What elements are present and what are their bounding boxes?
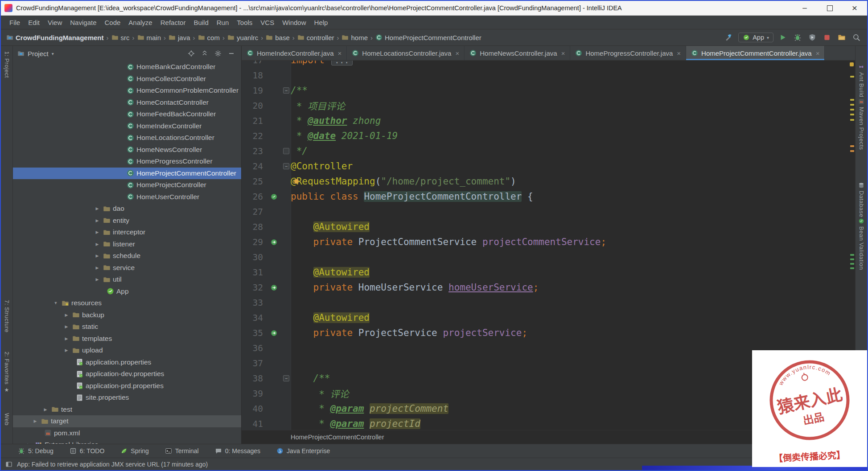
tree-item-HomeCollectController[interactable]: HomeCollectController [13,73,241,85]
tab-HomeIndexController.java[interactable]: HomeIndexController.java× [242,46,347,60]
tree-item-interceptor[interactable]: ▶interceptor [13,226,241,238]
coverage-button[interactable] [807,32,818,43]
fold-marker[interactable] [283,148,289,154]
tree-item-HomeLocationsController[interactable]: HomeLocationsController [13,132,241,144]
tree-item-templates[interactable]: ▶templates [13,333,241,345]
close-icon[interactable]: × [677,49,681,57]
fold-marker[interactable]: − [283,375,289,381]
bean-icon[interactable] [270,193,278,201]
toolwindow-button-5: Debug[interactable]: 5: Debug [18,447,53,455]
chevron-collapsed-icon[interactable]: ▶ [42,407,49,412]
tree-item-HomeProgressController[interactable]: HomeProgressController [13,156,241,168]
breadcrumb-base[interactable]: base [266,34,290,41]
debug-button[interactable] [792,32,803,43]
breadcrumb-com[interactable]: com [198,34,220,41]
close-icon[interactable]: × [455,49,459,57]
chevron-collapsed-icon[interactable]: ▶ [63,313,70,317]
toolwindow-toggle-icon[interactable] [5,461,12,468]
stripe-button-Database[interactable]: Database [856,182,867,217]
fold-marker[interactable]: − [283,163,289,169]
tree-item-site.properties[interactable]: site.properties [13,392,241,404]
stripe-button-7: Structure[interactable]: 7: Structure [1,300,12,332]
tree-item-listener[interactable]: ▶listener [13,238,241,250]
tree-item-HomeBankCardController[interactable]: HomeBankCardController [13,61,241,73]
toolwindow-button-Spring[interactable]: Spring [120,447,148,455]
tree-item-App[interactable]: App [13,286,241,298]
close-button[interactable]: × [842,1,867,15]
tree-item-HomeProjectCommentController[interactable]: HomeProjectCommentController [13,168,241,180]
chevron-collapsed-icon[interactable]: ▶ [94,230,101,234]
tree-item-dao[interactable]: ▶dao [13,203,241,215]
chevron-collapsed-icon[interactable]: ▶ [94,242,101,246]
stripe-button-Bean Validation[interactable]: Bean Validation [856,218,867,270]
search-button[interactable] [851,32,862,43]
chevron-collapsed-icon[interactable]: ▶ [94,206,101,211]
menu-item-VCS[interactable]: VCS [256,17,278,28]
breadcrumb-yuanlrc[interactable]: yuanlrc [227,34,258,41]
open-folder-button[interactable] [836,32,847,43]
tab-HomeProgressController.java[interactable]: HomeProgressController.java× [570,46,686,60]
breadcrumb-main[interactable]: main [137,34,161,41]
locate-button[interactable] [186,48,197,59]
menu-item-Analyze[interactable]: Analyze [124,17,156,28]
menu-item-Run[interactable]: Run [213,17,233,28]
tree-item-util[interactable]: ▶util [13,274,241,286]
chevron-collapsed-icon[interactable]: ▶ [94,266,101,270]
tab-HomeNewsController.java[interactable]: HomeNewsController.java× [465,46,570,60]
tree-item-application-dev.properties[interactable]: application-dev.properties [13,368,241,380]
chevron-collapsed-icon[interactable]: ▶ [32,419,39,423]
tree-item-External Libraries[interactable]: ▶External Libraries [13,439,241,444]
menu-item-Build[interactable]: Build [189,17,212,28]
run-button[interactable] [777,32,788,43]
breadcrumb-src[interactable]: src [111,34,130,41]
tree-item-HomeCommonProblemController[interactable]: HomeCommonProblemController [13,85,241,97]
tab-HomeProjectCommentController.java[interactable]: HomeProjectCommentController.java× [686,46,825,60]
autowire-icon[interactable] [270,238,278,246]
chevron-collapsed-icon[interactable]: ▶ [94,254,101,258]
chevron-down-icon[interactable]: ▾ [52,51,54,56]
tree-item-HomeProjectController[interactable]: HomeProjectController [13,179,241,191]
close-icon[interactable]: × [338,49,342,57]
breadcrumb-CrowdFundingManagement[interactable]: CrowdFundingManagement [6,34,104,41]
tree-item-target[interactable]: ▶target [13,415,241,427]
minimize-button[interactable]: – [792,1,817,15]
stop-button[interactable] [822,32,832,43]
close-icon[interactable]: × [816,49,820,57]
stripe-button-2: Favorites[interactable]: 2: Favorites★ [1,352,12,393]
chevron-expanded-icon[interactable]: ▼ [52,301,59,305]
tree-item-HomeNewsController[interactable]: HomeNewsController [13,144,241,156]
stripe-button-Maven Projects[interactable]: mMaven Projects [856,98,867,150]
chevron-collapsed-icon[interactable]: ▶ [63,348,70,352]
tree-item-test[interactable]: ▶test [13,404,241,416]
chevron-collapsed-icon[interactable]: ▶ [25,442,33,444]
tree-item-application-prd.properties[interactable]: application-prd.properties [13,380,241,392]
toolwindow-button-Java Enterprise[interactable]: Java Enterprise [276,447,330,455]
close-icon[interactable]: × [561,49,565,57]
editor-breadcrumb-item[interactable]: HomeProjectCommentController [291,434,384,441]
menu-item-Code[interactable]: Code [100,17,124,28]
menu-item-Navigate[interactable]: Navigate [66,17,100,28]
toolwindow-button-Terminal[interactable]: Terminal [165,447,199,455]
tree-item-entity[interactable]: ▶entity [13,215,241,227]
collapse-all-button[interactable] [199,48,210,59]
tree-item-static[interactable]: ▶static [13,321,241,333]
tree-item-backup[interactable]: ▶backup [13,309,241,321]
menu-item-Refactor[interactable]: Refactor [156,17,190,28]
panel-title[interactable]: Project [28,50,49,57]
chevron-collapsed-icon[interactable]: ▶ [63,336,70,341]
chevron-collapsed-icon[interactable]: ▶ [63,324,70,329]
hide-panel-button[interactable] [226,48,237,59]
menu-item-Help[interactable]: Help [310,17,332,28]
breadcrumb-HomeProjectCommentController[interactable]: HomeProjectCommentController [375,34,481,41]
tree-item-HomeFeedBackController[interactable]: HomeFeedBackController [13,108,241,120]
stripe-button-Web[interactable]: Web [1,413,12,426]
chevron-collapsed-icon[interactable]: ▶ [94,218,101,223]
autowire-icon[interactable] [270,284,278,291]
menu-item-Window[interactable]: Window [278,17,310,28]
tree-item-service[interactable]: ▶service [13,262,241,274]
tree-item-resources[interactable]: ▼resources [13,297,241,309]
chevron-collapsed-icon[interactable]: ▶ [94,277,101,282]
run-config-selector[interactable]: App▾ [738,33,773,42]
tree-item-HomeIndexController[interactable]: HomeIndexController [13,120,241,132]
tree-item-schedule[interactable]: ▶schedule [13,250,241,262]
